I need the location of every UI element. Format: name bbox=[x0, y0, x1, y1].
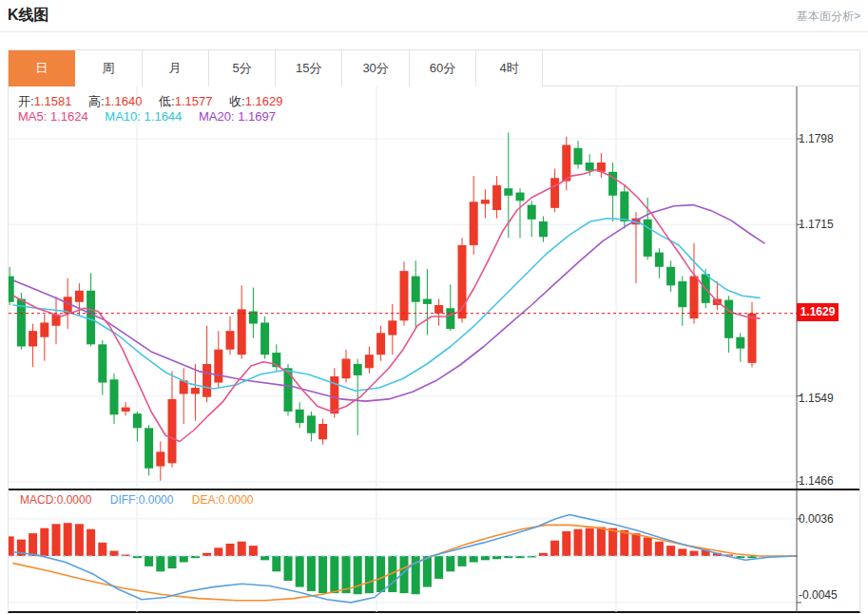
close-value: 1.1629 bbox=[245, 94, 283, 108]
candles-layer bbox=[9, 132, 756, 480]
tab-4hour[interactable]: 4时 bbox=[476, 50, 543, 86]
diff-value: 0.0000 bbox=[139, 493, 174, 507]
ma10-value: 1.1644 bbox=[145, 109, 183, 124]
macd-chart[interactable] bbox=[9, 490, 859, 612]
page-title: K线图 bbox=[8, 6, 49, 26]
tab-30min[interactable]: 30分 bbox=[342, 50, 409, 86]
price-axis-label: 1.1549 bbox=[799, 391, 858, 406]
last-price-tag: 1.1629 bbox=[797, 303, 839, 321]
ma10-label: MA10: bbox=[105, 109, 141, 124]
diff-label: DIFF: bbox=[110, 493, 139, 507]
macd-value: 0.0000 bbox=[57, 493, 92, 507]
ma-lines-layer bbox=[13, 170, 764, 442]
high-label: 高: bbox=[88, 94, 105, 108]
close-label: 收: bbox=[229, 94, 245, 108]
price-axis-label: 1.1466 bbox=[799, 473, 858, 489]
chart-container: 日周月5分15分30分60分4时 开:1.1581 高:1.1640 低:1.1… bbox=[8, 49, 860, 613]
tab-month[interactable]: 月 bbox=[143, 50, 209, 86]
ma5-value: 1.1624 bbox=[50, 109, 88, 124]
ohlc-legend: 开:1.1581 高:1.1640 低:1.1577 收:1.1629 bbox=[18, 93, 296, 110]
open-value: 1.1581 bbox=[34, 94, 72, 108]
kline-page: K线图 基本面分析> 日周月5分15分30分60分4时 开:1.1581 高:1… bbox=[0, 0, 868, 614]
low-value: 1.1577 bbox=[175, 94, 213, 108]
macd-axis-top-label: 0.0036 bbox=[799, 511, 858, 527]
open-label: 开: bbox=[18, 94, 34, 108]
price-axis-label: 1.1715 bbox=[799, 217, 858, 232]
tab-5min[interactable]: 5分 bbox=[209, 50, 276, 86]
period-tab-bar: 日周月5分15分30分60分4时 bbox=[9, 50, 859, 86]
fundamental-analysis-link[interactable]: 基本面分析> bbox=[797, 9, 860, 25]
tab-day[interactable]: 日 bbox=[9, 50, 75, 86]
tab-15min[interactable]: 15分 bbox=[276, 50, 342, 86]
macd-histogram-layer bbox=[9, 523, 756, 594]
ma5-label: MA5: bbox=[18, 109, 47, 124]
ma20-label: MA20: bbox=[199, 109, 235, 124]
tab-60min[interactable]: 60分 bbox=[410, 50, 476, 86]
dea-value: 0.0000 bbox=[219, 493, 254, 507]
tab-week[interactable]: 周 bbox=[75, 50, 142, 86]
ma-legend: MA5: 1.1624 MA10: 1.1644 MA20: 1.1697 bbox=[18, 109, 289, 124]
low-label: 低: bbox=[159, 94, 175, 108]
tab-bar-filler bbox=[543, 50, 859, 86]
candlestick-chart[interactable] bbox=[9, 86, 859, 489]
high-value: 1.1640 bbox=[105, 94, 143, 108]
price-axis-label: 1.1798 bbox=[799, 131, 858, 146]
title-divider bbox=[0, 31, 868, 32]
macd-label: MACD: bbox=[20, 493, 57, 507]
macd-axis-bottom-label: -0.0045 bbox=[799, 587, 858, 603]
ma20-value: 1.1697 bbox=[238, 109, 276, 124]
macd-legend: MACD:0.0000 DIFF:0.0000 DEA:0.0000 bbox=[20, 493, 268, 507]
dea-label: DEA: bbox=[192, 493, 219, 507]
